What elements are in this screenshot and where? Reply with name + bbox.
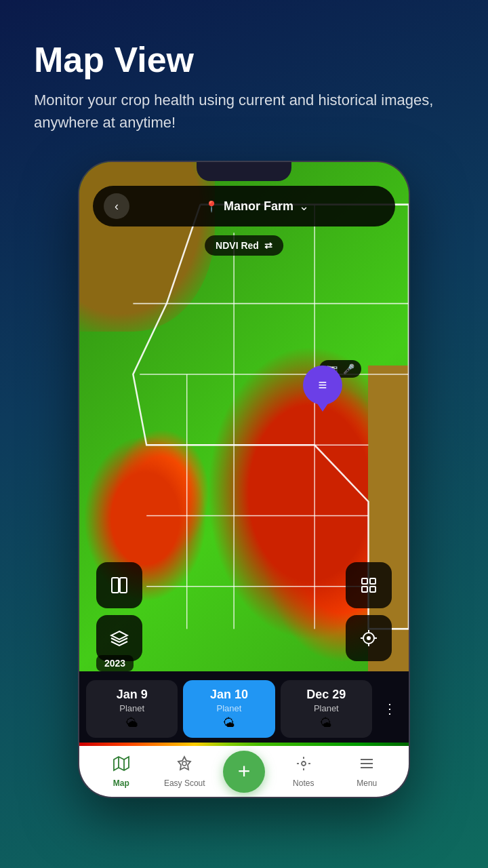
date-item-dec29[interactable]: Dec 29 Planet 🌤 [281,680,372,738]
mic-icon[interactable]: 🎤 [343,363,354,374]
svg-rect-12 [362,587,367,592]
bottom-nav: Map Easy Scout + [79,746,409,797]
svg-rect-9 [120,578,127,593]
date-item-jan10[interactable]: Jan 10 Planet 🌤 [183,680,274,738]
farm-selector[interactable]: 📍 Manor Farm ⌄ [129,199,384,214]
svg-rect-8 [112,578,119,593]
dropdown-arrow-icon: ⌄ [299,199,309,214]
menu-nav-icon [359,755,375,776]
date-dec29-source: Planet [314,703,339,713]
notes-list-icon: ≡ [319,376,327,394]
location-icon: 📍 [205,200,218,213]
date-jan9-weather-icon: 🌥 [126,716,138,730]
year-badge: 2023 [96,655,134,671]
nav-easyscout-label: Easy Scout [164,778,205,788]
date-more-button[interactable]: ⋮ [378,696,402,721]
date-jan10-weather-icon: 🌤 [223,716,235,730]
date-jan10-day: Jan 10 [210,688,248,702]
svg-point-22 [182,762,186,766]
date-jan9-source: Planet [119,703,144,713]
svg-point-23 [302,762,306,766]
phone-notch [197,162,291,181]
nav-item-menu[interactable]: Menu [336,746,399,797]
nav-item-easyscout[interactable]: Easy Scout [153,746,217,797]
split-view-button[interactable] [96,562,142,608]
note-bubble[interactable]: 📷 🎤 ≡ [303,366,342,405]
date-selector: Jan 9 Planet 🌥 Jan 10 Planet 🌤 Dec 29 Pl… [79,671,409,746]
phone-mockup: ‹ 📍 Manor Farm ⌄ NDVI Red ⇄ 📷 🎤 [0,161,488,798]
page-background: Map View Monitor your crop health using … [0,0,488,798]
nav-item-notes[interactable]: Notes [272,746,336,797]
date-item-jan9[interactable]: Jan 9 Planet 🌥 [86,680,178,738]
top-nav: ‹ 📍 Manor Farm ⌄ [93,186,395,226]
nav-map-label: Map [113,778,129,788]
svg-point-15 [367,636,371,640]
add-icon: + [238,759,251,784]
header-section: Map View Monitor your crop health using … [0,0,488,154]
nav-menu-label: Menu [357,778,377,788]
field-scan-button[interactable] [346,562,392,608]
page-title: Map View [34,41,454,79]
location-button[interactable] [346,615,392,661]
note-bubble-icon[interactable]: ≡ [303,366,342,405]
map-nav-icon [113,755,129,776]
ndvi-label: NDVI Red [216,240,259,251]
nav-item-map[interactable]: Map [89,746,153,797]
date-jan9-day: Jan 9 [117,688,148,702]
year-label: 2023 [104,658,125,669]
layers-button[interactable] [96,615,142,661]
svg-rect-10 [362,578,367,584]
date-dec29-day: Dec 29 [306,688,346,702]
map-controls-right [346,562,392,661]
add-button[interactable]: + [223,751,265,793]
ndvi-badge[interactable]: NDVI Red ⇄ [205,235,283,256]
ndvi-swap-icon: ⇄ [264,240,272,251]
back-button[interactable]: ‹ [104,193,129,219]
easyscout-nav-icon [176,755,192,776]
farm-name: Manor Farm [224,199,293,214]
map-controls-left [96,562,142,661]
date-dec29-weather-icon: 🌤 [320,716,332,730]
svg-rect-13 [370,587,375,592]
notes-nav-icon [296,755,312,776]
page-subtitle: Monitor your crop health using current a… [34,89,454,134]
nav-notes-label: Notes [293,778,314,788]
date-jan10-source: Planet [217,703,242,713]
svg-rect-11 [370,578,375,584]
phone-frame: ‹ 📍 Manor Farm ⌄ NDVI Red ⇄ 📷 🎤 [78,161,410,798]
